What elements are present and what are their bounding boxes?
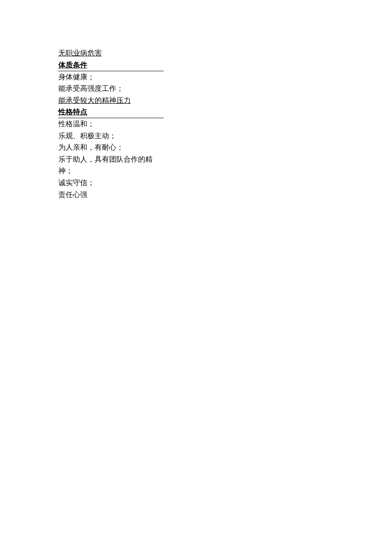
personality-trait-item: 诚实守信； <box>58 177 164 189</box>
personality-trait-item: 性格温和； <box>58 118 164 130</box>
physical-condition-item: 能承受高强度工作； <box>58 83 164 95</box>
heading-personality-traits: 性格特点 <box>58 106 164 118</box>
personality-trait-item: 责任心强 <box>58 189 164 201</box>
personality-trait-item: 乐观、积极主动； <box>58 130 164 142</box>
personality-trait-item: 乐于助人，具有团队合作的精神； <box>58 154 164 177</box>
physical-condition-item: 能承受较大的精神压力 <box>58 95 164 107</box>
occupational-hazard-line: 无职业病危害 <box>58 47 164 59</box>
personality-trait-item: 为人亲和，有耐心； <box>58 142 164 154</box>
physical-condition-item: 身体健康； <box>58 71 164 83</box>
heading-physical-conditions: 体质条件 <box>58 59 164 71</box>
document-page: 无职业病危害 体质条件 身体健康； 能承受高强度工作； 能承受较大的精神压力 性… <box>0 0 164 200</box>
